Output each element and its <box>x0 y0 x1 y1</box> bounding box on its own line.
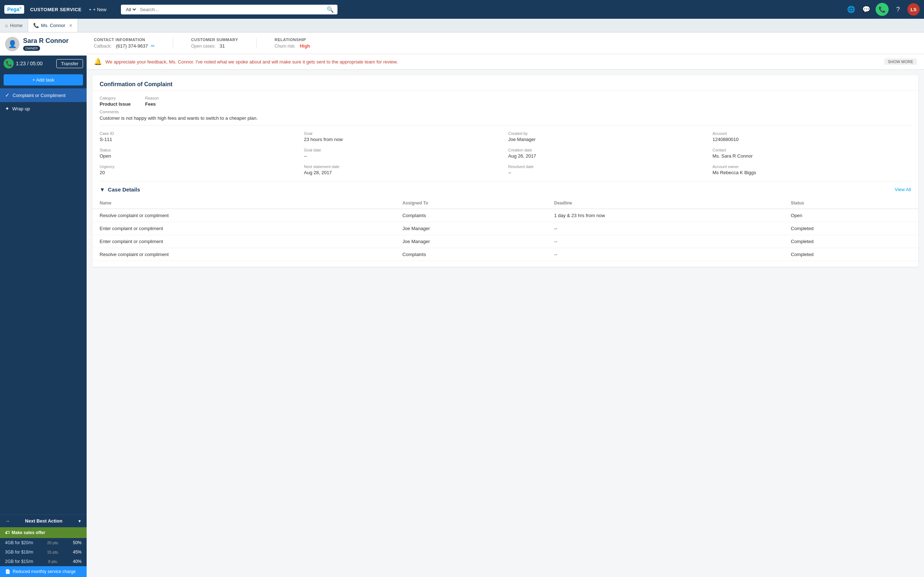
cell-deadline: -- <box>547 248 783 261</box>
home-icon: ⌂ <box>5 23 8 28</box>
case-meta-grid: Case ID S-111 Goal 23 hours from now Cre… <box>92 126 918 181</box>
urgency-field: Urgency 20 <box>100 164 298 175</box>
chat-icon-button[interactable]: 💬 <box>861 3 872 15</box>
timer-row: 📞 1:23 / 05:00 Transfer <box>0 56 87 71</box>
plus-icon: + <box>89 7 92 12</box>
nba-make-offer-button[interactable]: 🏷 Make sales offer <box>0 527 87 538</box>
divider-1 <box>173 37 173 49</box>
cell-name: Resolve complaint or compliment <box>92 209 395 222</box>
sidebar-item-complaint[interactable]: ✓ Complaint or Compliment <box>0 89 87 102</box>
checkmark-icon: ✓ <box>5 92 10 98</box>
document-icon: 📄 <box>5 569 10 574</box>
cell-assigned: Complaints <box>395 209 547 222</box>
account-field: Account 1240880010 <box>712 131 911 142</box>
table-row: Resolve complaint or compliment Complain… <box>92 209 918 222</box>
cell-status: Completed <box>783 235 918 248</box>
globe-icon-button[interactable]: 🌐 <box>845 3 857 15</box>
cell-deadline: -- <box>547 222 783 235</box>
col-deadline: Deadline <box>547 198 783 209</box>
contact-info-section: CONTACT INFORMATION Callback: (617) 374-… <box>94 37 155 49</box>
relationship-section: RELATIONSHIP Churn risk: High <box>275 37 310 49</box>
sidebar: 👤 Sara R Connor OWNER 📞 1:23 / 05:00 Tra… <box>0 32 87 577</box>
search-filter-select[interactable]: All <box>124 6 137 13</box>
contact-field: Contact Ms. Sara R Connor <box>712 148 911 159</box>
content-area: CONTACT INFORMATION Callback: (617) 374-… <box>87 32 924 577</box>
phone-button[interactable]: 📞 <box>876 3 888 16</box>
case-card-title: Confirmation of Complaint <box>92 76 918 91</box>
tab-bar: ⌂ Home 📞 Ms. Connor ✕ <box>0 19 924 32</box>
timer-icon: 📞 <box>3 58 14 69</box>
top-nav: Pega® CUSTOMER SERVICE + + New All 🔍 🌐 💬… <box>0 0 924 19</box>
help-icon-button[interactable]: ? <box>892 3 904 15</box>
cell-status: Open <box>783 209 918 222</box>
account-owner-field: Account owner Ms Rebecca K Biggs <box>712 164 911 175</box>
nba-arrow-icon: → <box>5 518 10 524</box>
goal-date-field: Goal date -- <box>304 148 502 159</box>
timer-text: 1:23 / 05:00 <box>16 61 43 66</box>
main-layout: 👤 Sara R Connor OWNER 📞 1:23 / 05:00 Tra… <box>0 32 924 577</box>
cell-assigned: Complaints <box>395 248 547 261</box>
status-field: Status Open <box>100 148 298 159</box>
nba-section: → Next Best Action ▼ 🏷 Make sales offer … <box>0 514 87 577</box>
add-task-button[interactable]: + Add task <box>3 74 83 85</box>
chevron-down-icon: ▼ <box>100 187 105 193</box>
customer-name: Sara R Connor <box>23 37 69 45</box>
case-id-field: Case ID S-111 <box>100 131 298 142</box>
tab-home[interactable]: ⌂ Home <box>0 19 28 32</box>
case-details-title: ▼ Case Details <box>100 187 140 193</box>
tag-icon: 🏷 <box>5 530 10 535</box>
nav-icons: 🌐 💬 📞 ? LS <box>845 3 920 16</box>
nba-header[interactable]: → Next Best Action ▼ <box>0 515 87 527</box>
cell-deadline: -- <box>547 235 783 248</box>
resolved-date-field: Resolved date -- <box>508 164 707 175</box>
alert-banner: 🔔 We appreciate your feedback, Ms. Conno… <box>87 54 924 69</box>
table-row: Enter complaint or compliment Joe Manage… <box>92 222 918 235</box>
table-row: Enter complaint or compliment Joe Manage… <box>92 235 918 248</box>
new-button[interactable]: + + New <box>86 5 109 14</box>
col-assigned: Assigned To <box>395 198 547 209</box>
reason-field: Reason Fees <box>145 96 159 107</box>
edit-phone-icon[interactable]: ✏ <box>151 43 155 49</box>
comments-section: Comments Customer is not happy with high… <box>92 110 918 125</box>
case-card: Confirmation of Complaint Category Produ… <box>92 76 918 267</box>
search-icon: 🔍 <box>327 6 334 13</box>
pega-logo: Pega® <box>4 5 24 14</box>
contact-bar: CONTACT INFORMATION Callback: (617) 374-… <box>87 32 924 54</box>
customer-info: Sara R Connor OWNER <box>23 37 69 51</box>
nba-chevron-icon: ▼ <box>78 519 82 523</box>
show-more-button[interactable]: SHOW MORE <box>884 58 917 65</box>
tab-close-button[interactable]: ✕ <box>69 23 73 28</box>
table-header-row: Name Assigned To Deadline Status <box>92 198 918 209</box>
nba-offer-2[interactable]: 3GB for $18/m 15 pts. 45% <box>0 548 87 557</box>
cell-assigned: Joe Manager <box>395 222 547 235</box>
divider-2 <box>256 37 257 49</box>
user-avatar[interactable]: LS <box>908 3 920 16</box>
wrapup-icon: ✦ <box>5 106 10 111</box>
phone-tab-icon: 📞 <box>33 23 39 28</box>
view-all-link[interactable]: View All <box>895 187 911 192</box>
search-input[interactable] <box>140 7 327 12</box>
open-cases-info: Open cases: 31 <box>191 43 238 49</box>
app-title: CUSTOMER SERVICE <box>30 7 82 12</box>
goal-field: Goal 23 hours from now <box>304 131 502 142</box>
case-details-header: ▼ Case Details View All <box>92 181 918 198</box>
transfer-button[interactable]: Transfer <box>56 59 83 68</box>
churn-risk-info: Churn risk: High <box>275 43 310 49</box>
nba-offer-3[interactable]: 2GB for $15/m 8 pts. 40% <box>0 557 87 566</box>
cell-status: Completed <box>783 248 918 261</box>
callback-info: Callback: (617) 374-9637 ✏ <box>94 43 155 49</box>
cell-deadline: 1 day & 23 hrs from now <box>547 209 783 222</box>
customer-summary-section: CUSTOMER SUMMARY Open cases: 31 <box>191 37 238 49</box>
alert-icon: 🔔 <box>94 58 102 66</box>
nba-service-button[interactable]: 📄 Reduced monthly service charge <box>0 566 87 577</box>
case-details-table: Name Assigned To Deadline Status Resolve… <box>92 198 918 261</box>
next-stmt-date-field: Next statement date Aug 28, 2017 <box>304 164 502 175</box>
customer-avatar-icon: 👤 <box>5 37 19 51</box>
timer-display: 📞 1:23 / 05:00 <box>3 58 43 69</box>
alert-text: We appreciate your feedback, Ms. Connor.… <box>105 59 917 64</box>
tab-ms-connor[interactable]: 📞 Ms. Connor ✕ <box>28 19 78 32</box>
col-name: Name <box>92 198 395 209</box>
nba-offer-1[interactable]: 4GB for $20/m 20 pts. 50% <box>0 538 87 548</box>
sidebar-item-wrapup[interactable]: ✦ Wrap up <box>0 102 87 115</box>
search-area: All 🔍 <box>121 5 338 15</box>
